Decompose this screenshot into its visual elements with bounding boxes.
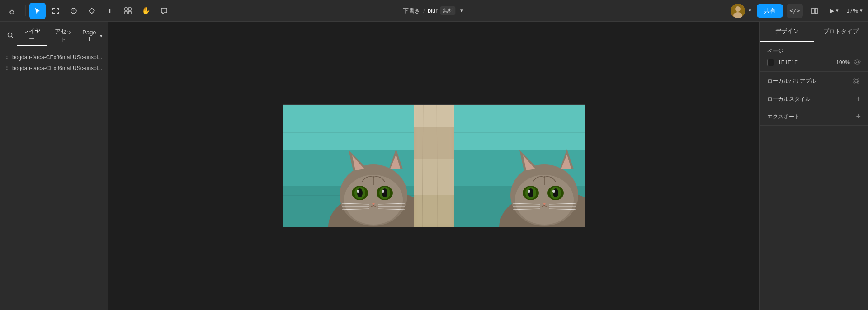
svg-rect-57	[454, 105, 585, 150]
frame-tool-btn[interactable]	[47, 3, 64, 19]
svg-rect-55	[414, 105, 454, 227]
local-variables-title: ローカルバリアブル	[767, 77, 816, 85]
export-add-btn[interactable]: +	[856, 113, 861, 121]
cat-frame-left	[283, 105, 414, 227]
svg-rect-6	[58, 8, 59, 10]
layer-name: bogdan-farca-CEx86maLUSc-unspl...	[12, 54, 102, 61]
right-panel: デザイン プロトタイプ ページ 1E1E1E 100% ロ	[760, 22, 868, 310]
svg-point-76	[552, 190, 555, 193]
main-layout: レイヤー アセット Page 1 ▾ ⠿ bogdan-farca-CEx86m…	[0, 22, 868, 310]
svg-point-87	[857, 79, 859, 80]
toolbar-separator-1	[25, 5, 26, 16]
share-button[interactable]: 共有	[757, 4, 783, 18]
cat-frame-right	[454, 105, 585, 227]
svg-rect-0	[10, 9, 14, 14]
toolbar: T ✋ 下書き / blur 無料 ▾	[0, 0, 868, 22]
book-button[interactable]	[807, 3, 823, 19]
export-title: エクスポート	[767, 113, 800, 121]
search-button[interactable]	[5, 30, 15, 42]
component-tool-btn[interactable]	[5, 3, 22, 19]
toolbar-center: 下書き / blur 無料 ▾	[403, 6, 465, 15]
svg-point-37	[382, 188, 387, 197]
breadcrumb-separator: /	[423, 7, 425, 14]
tab-design[interactable]: デザイン	[760, 22, 814, 42]
pen-tool-btn[interactable]	[84, 3, 100, 19]
local-styles-section[interactable]: ローカルスタイル +	[760, 90, 868, 108]
svg-point-88	[854, 81, 855, 83]
left-panel: レイヤー アセット Page 1 ▾ ⠿ bogdan-farca-CEx86m…	[0, 22, 108, 310]
page-selector-label: Page 1	[80, 29, 98, 42]
export-section[interactable]: エクスポート +	[760, 108, 868, 126]
svg-point-15	[735, 6, 741, 12]
components-tool-btn[interactable]	[120, 3, 136, 19]
shape-tool-btn[interactable]	[66, 3, 82, 19]
zoom-value: 17%	[846, 7, 858, 14]
color-swatch[interactable]	[767, 59, 774, 66]
play-button[interactable]: ▶ ▾	[826, 3, 843, 19]
tab-prototype[interactable]: プロトタイプ	[814, 22, 868, 42]
page-selector[interactable]: Page 1 ▾	[80, 29, 103, 42]
svg-rect-22	[283, 132, 414, 133]
svg-rect-10	[125, 8, 127, 10]
layer-dots-icon: ⠿	[5, 66, 9, 71]
svg-point-85	[856, 61, 859, 63]
svg-point-86	[854, 79, 855, 80]
svg-rect-11	[128, 8, 131, 10]
frame-wrapper	[283, 104, 585, 227]
blur-strip	[414, 105, 454, 227]
comment-tool-btn[interactable]	[156, 3, 172, 19]
text-tool-btn[interactable]: T	[102, 3, 118, 19]
breadcrumb-file[interactable]: blur	[428, 7, 438, 14]
zoom-chevron: ▾	[860, 8, 863, 14]
svg-point-73	[528, 188, 533, 197]
toolbar-left: T ✋	[5, 3, 172, 19]
page-selector-chevron: ▾	[100, 33, 103, 39]
page-section-title: ページ	[767, 47, 783, 55]
opacity-value[interactable]: 100%	[836, 59, 850, 66]
page-section: ページ 1E1E1E 100%	[760, 42, 868, 72]
free-badge: 無料	[440, 6, 456, 15]
tab-layers[interactable]: レイヤー	[17, 25, 47, 46]
avatar-chevron[interactable]: ▾	[747, 7, 753, 14]
zoom-control[interactable]: 17% ▾	[846, 7, 863, 14]
code-button[interactable]: </>	[787, 4, 803, 18]
breadcrumb-project[interactable]: 下書き	[403, 7, 420, 15]
layer-name: bogdan-farca-CEx86maLUSc-unspl...	[12, 65, 102, 71]
avatar[interactable]	[731, 4, 745, 18]
page-section-header: ページ	[767, 47, 861, 55]
svg-rect-7	[52, 12, 53, 14]
layer-dots-icon: ⠿	[5, 55, 9, 60]
hand-tool-btn[interactable]: ✋	[138, 3, 154, 19]
play-icon: ▶	[830, 8, 834, 14]
svg-point-89	[857, 81, 859, 83]
svg-rect-8	[58, 12, 59, 14]
select-tool-btn[interactable]	[29, 3, 46, 19]
svg-rect-13	[128, 11, 131, 14]
breadcrumb: 下書き / blur 無料 ▾	[403, 6, 465, 15]
layer-item[interactable]: ⠿ bogdan-farca-CEx86maLUSc-unspl...	[0, 63, 108, 74]
visibility-toggle[interactable]	[854, 59, 861, 66]
local-styles-add-btn[interactable]: +	[856, 95, 861, 103]
tab-assets[interactable]: アセット	[49, 26, 79, 46]
svg-rect-5	[52, 8, 53, 10]
svg-point-39	[382, 190, 384, 193]
svg-point-36	[357, 188, 363, 197]
layer-item[interactable]: ⠿ bogdan-farca-CEx86maLUSc-unspl...	[0, 52, 108, 63]
breadcrumb-chevron[interactable]: ▾	[458, 6, 465, 15]
local-variables-section[interactable]: ローカルバリアブル	[760, 72, 868, 90]
canvas-content	[283, 104, 585, 227]
svg-rect-19	[283, 105, 414, 150]
toolbar-right: ▾ 共有 </> ▶ ▾ 17% ▾	[731, 3, 863, 19]
color-value[interactable]: 1E1E1E	[778, 59, 832, 66]
svg-rect-12	[125, 11, 127, 14]
svg-point-74	[553, 188, 558, 197]
svg-point-38	[357, 190, 359, 193]
svg-rect-60	[454, 132, 585, 133]
local-styles-title: ローカルスタイル	[767, 95, 811, 103]
svg-point-75	[528, 190, 530, 193]
local-variables-icon[interactable]	[852, 76, 861, 85]
canvas-area[interactable]	[108, 22, 760, 310]
panel-tabs: レイヤー アセット Page 1 ▾	[0, 22, 108, 50]
layer-list: ⠿ bogdan-farca-CEx86maLUSc-unspl... ⠿ bo…	[0, 50, 108, 310]
page-color-row: 1E1E1E 100%	[767, 59, 861, 66]
